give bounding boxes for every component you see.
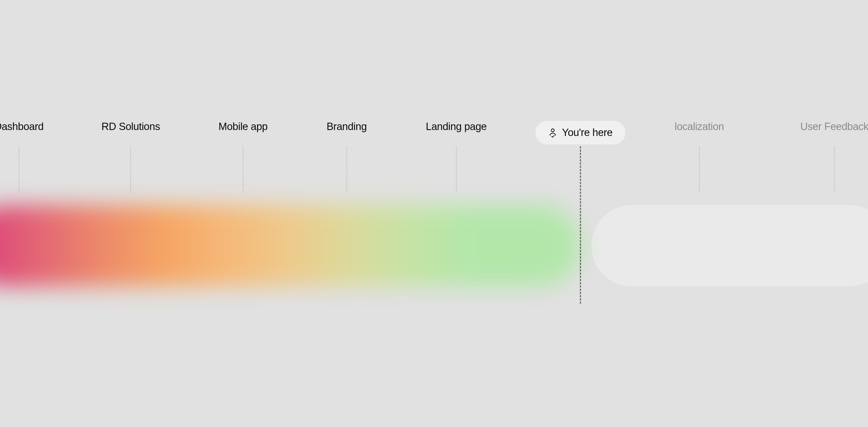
user-check-icon (549, 128, 557, 138)
timeline-tick (243, 146, 244, 193)
milestone-label: localization (675, 121, 724, 133)
milestone-item[interactable]: Branding (327, 121, 367, 133)
timeline-tick (834, 146, 835, 193)
milestone-item[interactable]: Mobile app (219, 121, 268, 133)
timeline-tick (130, 146, 131, 193)
timeline-tick (19, 146, 20, 193)
timeline-tick (456, 146, 457, 193)
milestone-item[interactable]: Dashboard (0, 121, 44, 133)
timeline-tick (699, 146, 700, 193)
milestone-item[interactable]: localization (675, 121, 724, 133)
progress-track-future (591, 205, 868, 286)
milestone-item[interactable]: User Feedback (800, 121, 868, 133)
progress-track-past (0, 205, 581, 286)
you-are-here-label: You're here (562, 127, 613, 138)
milestone-label: Dashboard (0, 121, 44, 133)
milestone-item[interactable]: Landing page (426, 121, 487, 133)
progress-track (0, 205, 868, 286)
milestone-label: User Feedback (800, 121, 868, 133)
timeline-tick (346, 146, 347, 193)
milestone-label: Landing page (426, 121, 487, 133)
milestone-label: Mobile app (219, 121, 268, 133)
you-are-here-pill[interactable]: You're here (535, 121, 625, 144)
milestone-current[interactable]: You're here (535, 121, 625, 144)
milestone-label: Branding (327, 121, 367, 133)
milestone-item[interactable]: RD Solutions (101, 121, 160, 133)
timeline-tick (580, 146, 581, 304)
svg-point-0 (551, 129, 554, 132)
milestone-label: RD Solutions (101, 121, 160, 133)
